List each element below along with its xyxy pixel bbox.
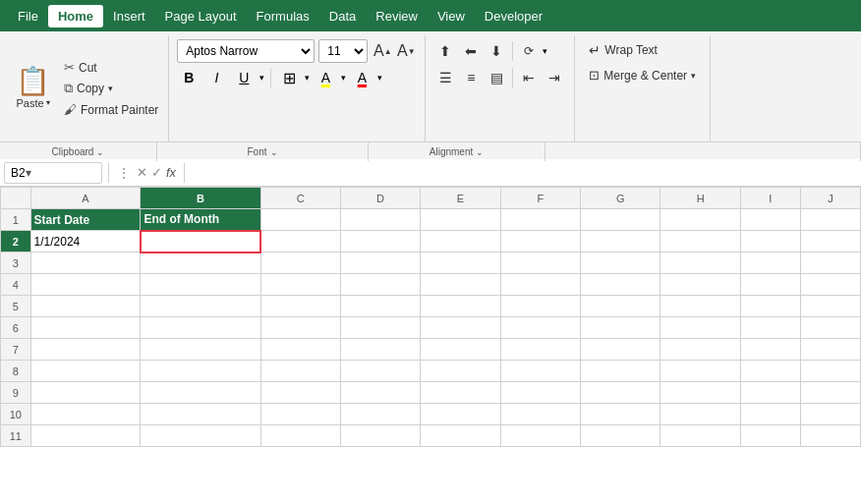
cell-I10[interactable] xyxy=(740,404,800,425)
cell-D9[interactable] xyxy=(340,382,420,404)
cell-D8[interactable] xyxy=(340,361,420,382)
cell-D5[interactable] xyxy=(340,296,420,317)
borders-dropdown-arrow[interactable]: ▾ xyxy=(305,73,310,83)
cell-H3[interactable] xyxy=(660,252,740,274)
paste-dropdown-arrow[interactable]: ▾ xyxy=(46,98,50,107)
font-family-select[interactable]: Aptos Narrow xyxy=(177,39,315,63)
cell-C3[interactable] xyxy=(260,252,340,274)
cell-J1[interactable] xyxy=(800,209,860,231)
cell-E4[interactable] xyxy=(421,274,500,296)
cell-E7[interactable] xyxy=(421,339,500,361)
cell-B6[interactable] xyxy=(141,317,260,339)
cell-I11[interactable] xyxy=(740,425,800,447)
cell-D2[interactable] xyxy=(340,231,420,252)
menu-insert[interactable]: Insert xyxy=(103,5,155,28)
merge-dropdown-arrow[interactable]: ▾ xyxy=(691,71,696,81)
cell-G5[interactable] xyxy=(581,296,660,317)
clipboard-expand-icon[interactable]: ⌄ xyxy=(96,147,104,157)
cell-F4[interactable] xyxy=(500,274,580,296)
cell-J2[interactable] xyxy=(800,231,860,252)
cell-A10[interactable] xyxy=(30,404,141,425)
col-header-A[interactable]: A xyxy=(30,188,141,209)
cell-B1[interactable]: End of Month xyxy=(141,209,260,231)
cell-A1[interactable]: Start Date xyxy=(30,209,141,231)
cell-A9[interactable] xyxy=(30,382,141,404)
confirm-entry-icon[interactable]: ✓ xyxy=(151,165,162,180)
wrap-text-button[interactable]: ↵ Wrap Text xyxy=(583,39,702,61)
cell-reference-box[interactable]: B2 ▾ xyxy=(4,162,102,184)
col-header-G[interactable]: G xyxy=(581,188,660,209)
orientation-button[interactable]: ⟳ xyxy=(517,39,541,63)
cell-I7[interactable] xyxy=(740,339,800,361)
menu-file[interactable]: File xyxy=(8,5,48,28)
cell-B11[interactable] xyxy=(141,425,260,447)
cell-C10[interactable] xyxy=(260,404,340,425)
cell-H7[interactable] xyxy=(660,339,740,361)
cell-J7[interactable] xyxy=(800,339,860,361)
col-header-I[interactable]: I xyxy=(740,188,800,209)
cell-D10[interactable] xyxy=(340,404,420,425)
cell-J3[interactable] xyxy=(800,252,860,274)
cell-E9[interactable] xyxy=(421,382,500,404)
font-color-dropdown-arrow[interactable]: ▾ xyxy=(377,73,382,83)
cell-F7[interactable] xyxy=(500,339,580,361)
col-header-F[interactable]: F xyxy=(500,188,580,209)
cell-I9[interactable] xyxy=(740,382,800,404)
cell-D4[interactable] xyxy=(340,274,420,296)
cell-A11[interactable] xyxy=(30,425,141,447)
font-size-select[interactable]: 11 xyxy=(318,39,368,63)
cell-G9[interactable] xyxy=(581,382,660,404)
copy-dropdown-arrow[interactable]: ▾ xyxy=(108,84,113,93)
font-expand-icon[interactable]: ⌄ xyxy=(270,147,278,157)
cell-F5[interactable] xyxy=(500,296,580,317)
cell-I3[interactable] xyxy=(740,252,800,274)
cell-I1[interactable] xyxy=(740,209,800,231)
cell-C5[interactable] xyxy=(260,296,340,317)
cell-I8[interactable] xyxy=(740,361,800,382)
cell-F10[interactable] xyxy=(500,404,580,425)
cell-J10[interactable] xyxy=(800,404,860,425)
cell-F6[interactable] xyxy=(500,317,580,339)
cell-J5[interactable] xyxy=(800,296,860,317)
menu-formulas[interactable]: Formulas xyxy=(247,5,319,28)
cell-A6[interactable] xyxy=(30,317,141,339)
cell-B4[interactable] xyxy=(141,274,260,296)
cell-F3[interactable] xyxy=(500,252,580,274)
cell-A7[interactable] xyxy=(30,339,141,361)
cell-E1[interactable] xyxy=(421,209,500,231)
paste-button[interactable]: 📋 Paste ▾ xyxy=(10,39,56,138)
borders-button[interactable]: ⊞ xyxy=(277,66,301,89)
col-header-B[interactable]: B xyxy=(141,188,260,209)
cell-B2[interactable] xyxy=(141,231,260,252)
cell-C8[interactable] xyxy=(260,361,340,382)
cell-B5[interactable] xyxy=(141,296,260,317)
cell-ref-dropdown[interactable]: ▾ xyxy=(26,166,31,180)
cell-G8[interactable] xyxy=(581,361,660,382)
cell-H10[interactable] xyxy=(660,404,740,425)
cell-J11[interactable] xyxy=(800,425,860,447)
cell-C6[interactable] xyxy=(260,317,340,339)
cell-G11[interactable] xyxy=(581,425,660,447)
format-painter-button[interactable]: 🖌 Format Painter xyxy=(60,100,162,119)
cancel-entry-icon[interactable]: ✕ xyxy=(137,165,147,180)
menu-developer[interactable]: Developer xyxy=(475,5,552,28)
menu-review[interactable]: Review xyxy=(366,5,428,28)
cell-E10[interactable] xyxy=(421,404,500,425)
cell-C4[interactable] xyxy=(260,274,340,296)
cell-C9[interactable] xyxy=(260,382,340,404)
col-header-H[interactable]: H xyxy=(660,188,740,209)
sheet-container[interactable]: A B C D E F G H I J 1Start DateEnd of Mo… xyxy=(0,187,861,447)
align-right-button[interactable]: ▤ xyxy=(485,66,508,89)
cell-C2[interactable] xyxy=(260,231,340,252)
cell-G10[interactable] xyxy=(581,404,660,425)
cell-C1[interactable] xyxy=(260,209,340,231)
increase-font-size-button[interactable]: A▲ xyxy=(372,39,393,63)
cell-E5[interactable] xyxy=(421,296,500,317)
col-header-D[interactable]: D xyxy=(340,188,420,209)
cell-B3[interactable] xyxy=(141,252,260,274)
cell-J4[interactable] xyxy=(800,274,860,296)
align-bottom-button[interactable]: ⬇ xyxy=(485,39,508,63)
cell-J6[interactable] xyxy=(800,317,860,339)
underline-button[interactable]: U xyxy=(232,66,256,89)
cell-G7[interactable] xyxy=(581,339,660,361)
